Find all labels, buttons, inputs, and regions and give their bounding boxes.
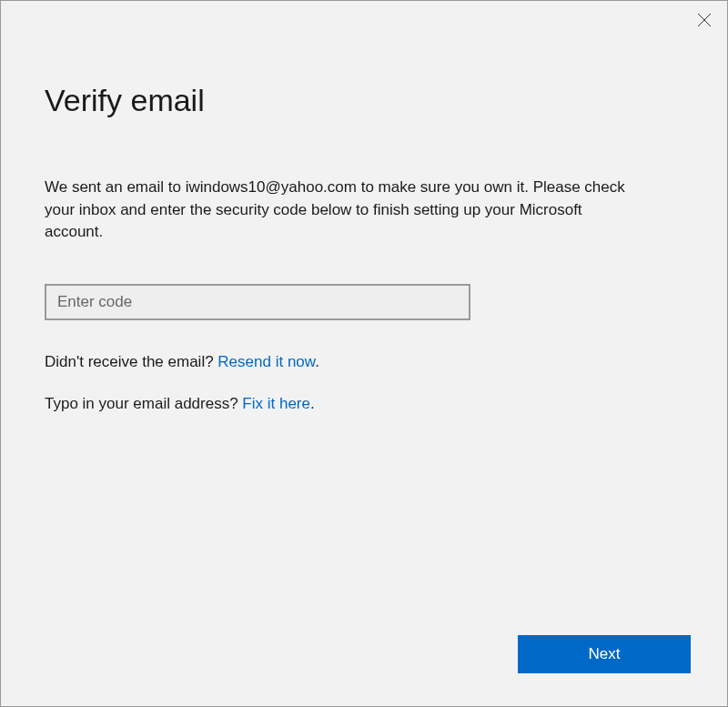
description-text: We sent an email to iwindows10@yahoo.com… bbox=[45, 177, 627, 244]
resend-suffix: . bbox=[315, 353, 319, 370]
resend-line: Didn't receive the email? Resend it now. bbox=[45, 353, 683, 371]
fix-line: Typo in your email address? Fix it here. bbox=[45, 395, 683, 413]
verify-email-dialog: Verify email We sent an email to iwindow… bbox=[0, 0, 728, 707]
dialog-content: Verify email We sent an email to iwindow… bbox=[1, 1, 727, 413]
resend-link[interactable]: Resend it now bbox=[217, 353, 315, 370]
fix-prefix: Typo in your email address? bbox=[45, 395, 242, 412]
fix-suffix: . bbox=[310, 395, 315, 412]
close-icon bbox=[698, 14, 711, 29]
page-title: Verify email bbox=[45, 83, 683, 118]
resend-prefix: Didn't receive the email? bbox=[45, 353, 217, 370]
next-button[interactable]: Next bbox=[518, 635, 691, 673]
close-button[interactable] bbox=[698, 14, 711, 30]
code-input[interactable] bbox=[45, 284, 470, 320]
fix-link[interactable]: Fix it here bbox=[242, 395, 310, 412]
